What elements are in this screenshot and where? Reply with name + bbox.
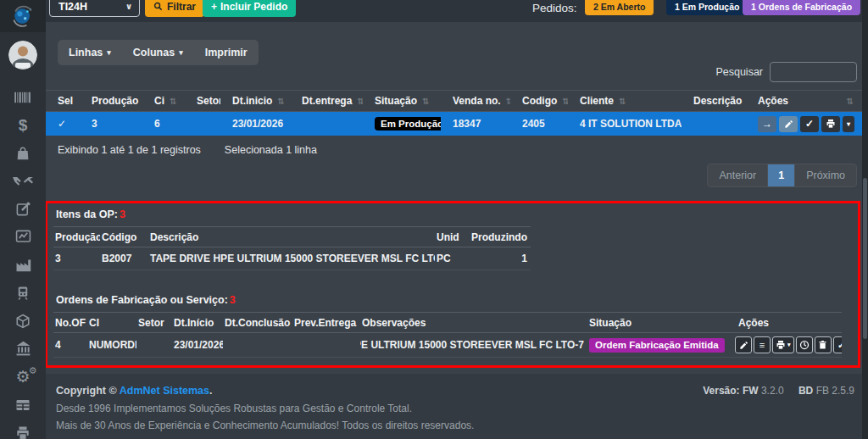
ordens-row-acoes: ≡ ▾ ✓ [730,333,842,358]
row-dt-entrega [290,112,363,136]
itens-op-table: Produção Código Descrição Unid Produzind… [53,226,531,270]
col-cliente[interactable]: Cliente⇅ [568,90,682,112]
delete-ordem-button[interactable] [815,336,832,353]
pagination-next[interactable]: Próximo [794,164,856,186]
filter-button[interactable]: Filtrar [145,0,204,17]
company-select[interactable]: TI24H ∨ [49,0,140,17]
orders-table: Sel Produção↓ Ci⇅ Setor⇅ Dt.inicio⇅ Dt.e… [46,90,862,136]
admnet-link[interactable]: AdmNet Sistemas [120,385,209,397]
ordens-row-noof: 4 [53,333,87,358]
confirm-order-button[interactable]: ✓ [800,116,819,132]
badge-em-producao[interactable]: 1 Em Produção [666,0,748,15]
imprimir-button[interactable]: Imprimir [194,40,259,65]
printer-icon [826,119,836,129]
col-producao[interactable]: Produção↓ [80,90,142,112]
col-dt-inicio[interactable]: Dt.inicio⇅ [220,90,290,112]
col-ci[interactable]: Ci⇅ [142,90,185,112]
sidebar-item-relatorios[interactable] [0,228,46,246]
version-info: Versão: FW 3.2.0 BD FB 2.5.9 [703,385,854,397]
sidebar-item-compras[interactable] [0,144,46,162]
sort-icon[interactable]: ⇅ [170,97,176,106]
db-value: FB 2.5.9 [816,385,854,397]
search-label: Pesquisar [715,66,763,78]
include-order-label: Incluir Pedido [220,1,287,13]
sort-icon[interactable]: ⇅ [422,97,429,106]
search-input[interactable] [770,62,857,82]
itens-op-title: Itens da OP:3 [56,208,125,220]
app-logo[interactable] [0,0,46,32]
badge-em-aberto[interactable]: 2 Em Aberto [585,0,654,15]
pagination-page-1[interactable]: 1 [767,164,794,186]
open-order-button[interactable]: → [758,116,776,132]
sidebar-item-negocios[interactable] [0,172,46,190]
sort-icon[interactable]: ⇅ [277,97,284,106]
caret-down-icon: ▾ [847,120,850,128]
app-root: $ [0,0,868,439]
include-order-button[interactable]: + Incluir Pedido [203,0,296,17]
print-ordem-button[interactable]: ▾ [772,336,794,353]
itens-col-produzindo: Produzindo [471,226,531,247]
selected-rows-text: Selecionada 1 linha [225,144,317,156]
printer-icon [776,340,786,350]
table-icon [15,397,31,413]
row-select-check[interactable]: ✓ [46,112,80,136]
search-area: Pesquisar [715,62,857,82]
search-icon [153,2,163,11]
colunas-button[interactable]: Colunas ▾ [122,40,194,65]
sidebar-item-fiscal[interactable] [0,340,46,358]
itens-row-producao: 3 [53,247,100,270]
sidebar: $ [0,0,46,439]
caret-down-icon: ▾ [179,48,183,57]
clock-icon [799,340,810,350]
col-setor[interactable]: Setor⇅ [185,90,220,112]
row-venda-no: 18347 [441,112,510,136]
linhas-button[interactable]: Linhas ▾ [58,40,122,65]
pagination-previous[interactable]: Anterior [708,164,767,186]
col-sel[interactable]: Sel [46,90,80,112]
print-order-button[interactable] [821,116,840,132]
sort-icon[interactable]: ⇅ [847,97,854,106]
sidebar-item-impressao[interactable] [0,424,46,439]
sidebar-item-estoque[interactable] [0,312,46,330]
col-situacao[interactable]: Situação⇅ [363,90,441,112]
sort-icon[interactable]: ⇅ [619,97,626,106]
row-actions: → ✓ ▾ [758,116,854,132]
sidebar-item-pedidos[interactable] [0,200,46,218]
caret-down-icon: ▾ [787,342,791,348]
itens-row-codigo: B2007 [100,247,148,270]
user-avatar[interactable] [8,41,37,69]
col-descricao[interactable]: Descrição⇅ [682,90,746,112]
barcode-icon [14,91,32,104]
badge-ordens-fabricacao[interactable]: 1 Ordens de Fabricação [743,0,860,15]
more-actions-button[interactable]: ▾ [843,116,854,132]
sidebar-item-barcode[interactable] [0,88,46,106]
gear-small-icon: ⚙ [29,365,37,376]
edit-ordem-button[interactable] [735,336,752,353]
edit-order-button[interactable] [779,116,798,132]
check-icon: ✓ [837,340,842,351]
sidebar-item-expedicao[interactable] [0,284,46,302]
footer-line3: Mais de 30 Anos de Experiência e Conheci… [56,420,868,431]
itens-op-count: 3 [120,208,125,220]
page-scrollbar[interactable] [862,0,868,439]
confirm-ordem-button[interactable]: ✓ [833,336,842,353]
row-situacao: Em Produção [363,112,441,136]
pedidos-label: Pedidos: [532,2,577,14]
sidebar-nav: $ [0,88,46,439]
sidebar-item-configuracoes[interactable]: ⚙ ⚙ [0,368,46,386]
col-codigo[interactable]: Codigo⇅ [510,90,568,112]
col-dt-entrega[interactable]: Dt.entrega⇅ [290,90,363,112]
version-value: 3.2.0 [761,385,784,397]
sidebar-item-producao[interactable] [0,256,46,274]
history-ordem-button[interactable] [796,336,813,353]
sort-icon[interactable]: ⇅ [562,97,568,106]
sort-icon[interactable]: ⇅ [357,97,363,106]
col-venda-no[interactable]: Venda no.⇅ [441,90,510,112]
ordem-status-badge: Ordem Fabricação Emitida [589,338,725,353]
col-acoes[interactable]: Ações⇅ [746,90,862,112]
logo-icon [9,3,36,30]
sidebar-item-financeiro[interactable]: $ [0,116,46,134]
scrollbar-thumb[interactable] [863,178,867,339]
list-ordem-button[interactable]: ≡ [754,336,771,353]
sidebar-item-tabelas[interactable] [0,396,46,414]
